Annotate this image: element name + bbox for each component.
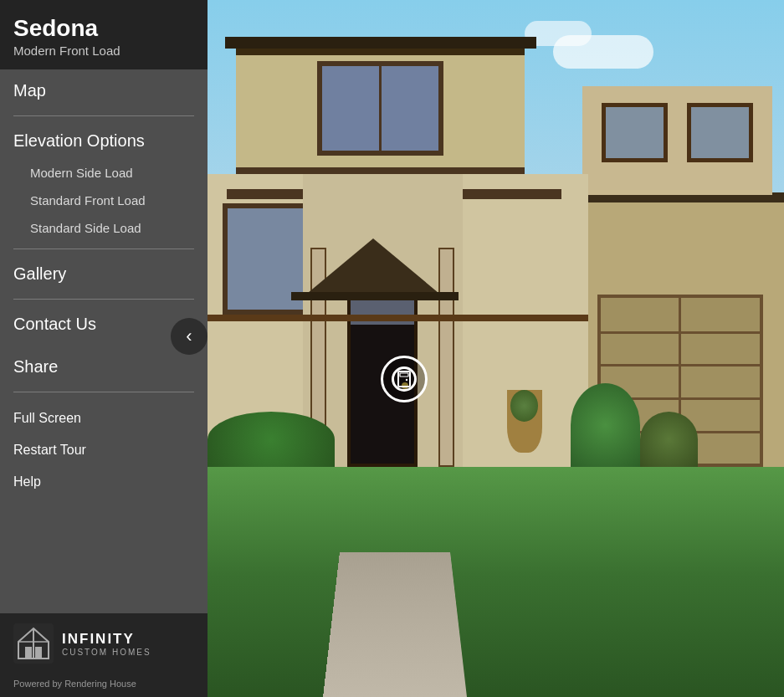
trim-band-1 (208, 315, 588, 321)
svg-rect-7 (400, 373, 408, 377)
divider-1 (13, 115, 194, 116)
plant-top (510, 390, 538, 421)
elevation-standard-side-load[interactable]: Standard Side Load (0, 214, 208, 242)
logo-brand: INFINITY (62, 631, 151, 648)
elevation-standard-front-load[interactable]: Standard Front Load (0, 187, 208, 214)
porch-overhang (291, 292, 459, 300)
logo-area: INFINITY CUSTOM HOMES (0, 613, 208, 674)
sidebar-item-map[interactable]: Map (0, 69, 208, 112)
window-upper-center (317, 61, 444, 155)
logo-tagline: CUSTOM HOMES (62, 648, 151, 657)
driveway (323, 552, 467, 697)
main-roof-flat (225, 37, 536, 49)
door-icon (397, 371, 411, 387)
house-subtitle: Modern Front Load (13, 44, 194, 58)
sidebar-item-share[interactable]: Share (0, 346, 208, 388)
sidebar-item-gallery[interactable]: Gallery (0, 253, 208, 295)
back-button[interactable]: ‹ (171, 318, 208, 355)
house-title: Sedona (13, 15, 194, 42)
svg-point-8 (405, 379, 407, 381)
app-container: Sedona Modern Front Load Map Elevation O… (0, 0, 784, 697)
sidebar-bottom: Full Screen Restart Tour Help (0, 396, 208, 498)
divider-2 (13, 249, 194, 249)
elevation-modern-side-load[interactable]: Modern Side Load (0, 159, 208, 187)
svg-rect-4 (25, 647, 32, 659)
window-mullion (379, 66, 382, 150)
divider-3 (13, 299, 194, 300)
sidebar-item-help[interactable]: Help (0, 466, 208, 498)
door-hotspot[interactable] (381, 356, 428, 402)
planter (507, 390, 541, 453)
sidebar-item-restart[interactable]: Restart Tour (0, 434, 208, 466)
sidebar-header: Sedona Modern Front Load (0, 0, 208, 69)
company-logo-icon (13, 623, 54, 664)
upper-trim-top (236, 49, 525, 55)
main-scene (208, 0, 784, 697)
door-hotspot-inner (392, 366, 417, 392)
powered-by: Powered by Rendering House (0, 674, 208, 697)
window-upper-right-1 (602, 103, 669, 163)
porch-gable (303, 238, 443, 297)
elevation-options-list: Modern Side Load Standard Front Load Sta… (0, 156, 208, 245)
upper-trim-bottom (236, 167, 525, 174)
shrub-center-right (571, 383, 640, 467)
upper-right (582, 86, 772, 195)
shrub-right (640, 412, 698, 468)
logo-text: INFINITY CUSTOM HOMES (62, 631, 151, 657)
svg-rect-5 (35, 647, 42, 659)
sidebar-elevation-options-label: Elevation Options (0, 120, 208, 156)
lawn (208, 453, 784, 697)
sidebar-item-fullscreen[interactable]: Full Screen (0, 402, 208, 434)
window-upper-right-2 (687, 103, 754, 163)
shrub-left (208, 412, 335, 468)
back-arrow-icon: ‹ (186, 327, 192, 346)
upper-floor (236, 49, 525, 174)
divider-4 (13, 392, 194, 392)
